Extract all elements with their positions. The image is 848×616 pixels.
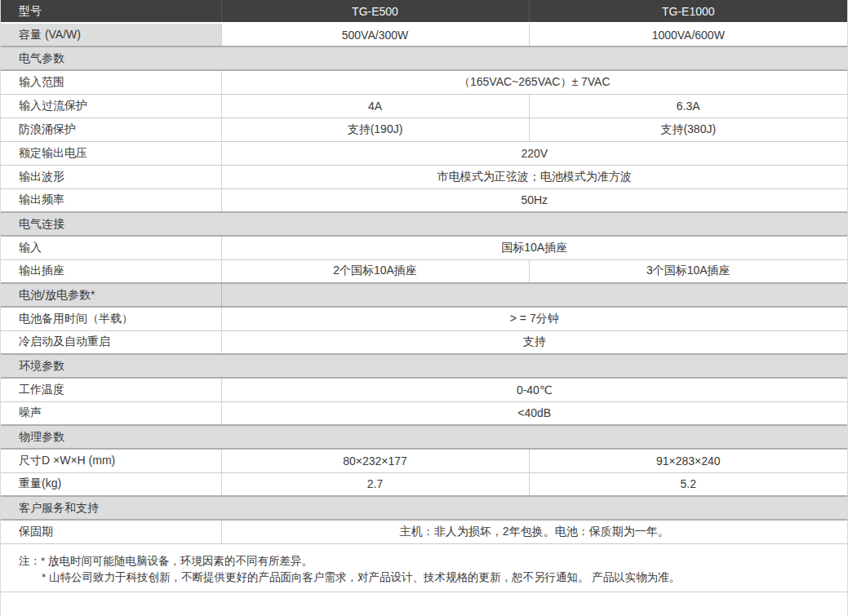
row-label: 冷启动及自动重启: [1, 330, 221, 354]
cell-value: 支持(380J): [529, 117, 847, 141]
cell-value: 220V: [221, 141, 847, 165]
cell-value: 5.2: [529, 472, 847, 496]
row-backup-time: 电池备用时间（半载） > = 7分钟: [1, 307, 847, 330]
row-label: 防浪涌保护: [1, 117, 221, 141]
footnotes: 注：* 放电时间可能随电脑设备，环境因素的不同有所差异。 * 山特公司致力于科技…: [1, 543, 847, 592]
row-cold-start: 冷启动及自动重启 支持: [1, 330, 847, 354]
row-label: 容量 (VA/W): [1, 23, 221, 47]
section-title: 环境参数: [1, 354, 847, 378]
cell-value: 3个国标10A插座: [529, 259, 847, 283]
cell-value: > = 7分钟: [221, 307, 847, 330]
cell-value: 支持(190J): [221, 117, 529, 141]
row-label: 保固期: [1, 520, 221, 543]
spec-table: 型号 TG-E500 TG-E1000 容量 (VA/W) 500VA/300W…: [1, 0, 847, 543]
cell-value: 80×232×177: [221, 449, 529, 472]
row-label: 输入: [1, 236, 221, 259]
row-weight: 重量(kg) 2.7 5.2: [1, 472, 847, 496]
section-physical-params: 物理参数: [1, 425, 847, 449]
section-title: 物理参数: [1, 425, 847, 449]
cell-value: 500VA/300W: [221, 23, 529, 47]
cell-value: 国标10A插座: [221, 236, 847, 259]
table-header-row: 型号 TG-E500 TG-E1000: [1, 0, 847, 23]
header-model-tg-e1000: TG-E1000: [529, 0, 847, 23]
cell-value: 市电模式为正弦波；电池模式为准方波: [221, 165, 847, 188]
cell-value: 1000VA/600W: [529, 23, 847, 47]
cell-value: 2.7: [221, 472, 529, 496]
row-output-sockets: 输出插座 2个国标10A插座 3个国标10A插座: [1, 259, 847, 283]
row-label: 工作温度: [1, 378, 221, 401]
section-electrical-connection: 电气连接: [1, 212, 847, 236]
section-title: 电气连接: [1, 212, 847, 236]
cell-value: 91×283×240: [529, 449, 847, 472]
cell-value: <40dB: [221, 401, 847, 425]
cell-value: 主机：非人为损坏，2年包换。电池：保质期为一年。: [221, 520, 847, 543]
cell-value: 4A: [221, 94, 529, 117]
row-label: 电池备用时间（半载）: [1, 307, 221, 330]
note-line-1: 注：* 放电时间可能随电脑设备，环境因素的不同有所差异。: [19, 553, 829, 569]
row-surge-protection: 防浪涌保护 支持(190J) 支持(380J): [1, 117, 847, 141]
row-label: 尺寸D ×W×H (mm): [1, 449, 221, 472]
section-title: 电池/放电参数*: [1, 283, 221, 307]
row-label: 重量(kg): [1, 472, 221, 496]
row-label: 输出波形: [1, 165, 221, 188]
row-output-waveform: 输出波形 市电模式为正弦波；电池模式为准方波: [1, 165, 847, 188]
row-warranty: 保固期 主机：非人为损坏，2年包换。电池：保质期为一年。: [1, 520, 847, 543]
row-noise: 噪声 <40dB: [1, 401, 847, 425]
row-input-socket: 输入 国标10A插座: [1, 236, 847, 259]
row-label: 额定输出电压: [1, 141, 221, 165]
cell-value: 50Hz: [221, 188, 847, 212]
row-operating-temperature: 工作温度 0-40℃: [1, 378, 847, 401]
header-model-tg-e500: TG-E500: [221, 0, 529, 23]
section-customer-service: 客户服务和支持: [1, 496, 847, 520]
section-title: 电气参数: [1, 47, 847, 70]
section-filler: [221, 283, 847, 307]
cell-value: （165VAC~265VAC）± 7VAC: [221, 70, 847, 94]
row-capacity: 容量 (VA/W) 500VA/300W 1000VA/600W: [1, 23, 847, 47]
cell-value: 6.3A: [529, 94, 847, 117]
section-title: 客户服务和支持: [1, 496, 847, 520]
section-battery-discharge-params: 电池/放电参数*: [1, 283, 847, 307]
row-input-overcurrent: 输入过流保护 4A 6.3A: [1, 94, 847, 117]
row-label: 噪声: [1, 401, 221, 425]
note-line-2: * 山特公司致力于科技创新，不断提供更好的产品面向客户需求，对产品设计、技术规格…: [19, 569, 829, 586]
cell-value: 0-40℃: [221, 378, 847, 401]
row-output-frequency: 输出频率 50Hz: [1, 188, 847, 212]
row-input-range: 输入范围 （165VAC~265VAC）± 7VAC: [1, 70, 847, 94]
cell-value: 支持: [221, 330, 847, 354]
row-dimensions: 尺寸D ×W×H (mm) 80×232×177 91×283×240: [1, 449, 847, 472]
row-rated-output-voltage: 额定输出电压 220V: [1, 141, 847, 165]
row-label: 输出插座: [1, 259, 221, 283]
header-model-label: 型号: [1, 0, 221, 23]
section-electrical-params: 电气参数: [1, 47, 847, 70]
row-label: 输入过流保护: [1, 94, 221, 117]
row-label: 输入范围: [1, 70, 221, 94]
cell-value: 2个国标10A插座: [221, 259, 529, 283]
section-environment-params: 环境参数: [1, 354, 847, 378]
row-label: 输出频率: [1, 188, 221, 212]
spec-sheet: 型号 TG-E500 TG-E1000 容量 (VA/W) 500VA/300W…: [0, 0, 848, 616]
